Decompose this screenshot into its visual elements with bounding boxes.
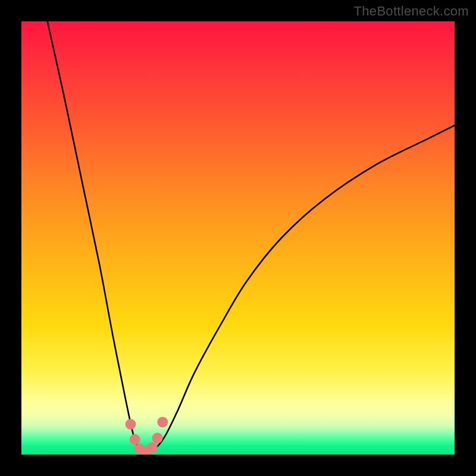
marker-dot (147, 442, 158, 453)
marker-dot (157, 416, 168, 427)
chart-svg (21, 21, 455, 455)
chart-frame: TheBottleneck.com (0, 0, 476, 476)
attribution-label: TheBottleneck.com (354, 4, 469, 19)
marker-group (126, 416, 168, 455)
bottleneck-curve (48, 21, 455, 452)
plot-area (21, 21, 455, 455)
marker-dot (130, 434, 140, 445)
marker-dot (152, 433, 163, 443)
marker-dot (126, 419, 136, 430)
